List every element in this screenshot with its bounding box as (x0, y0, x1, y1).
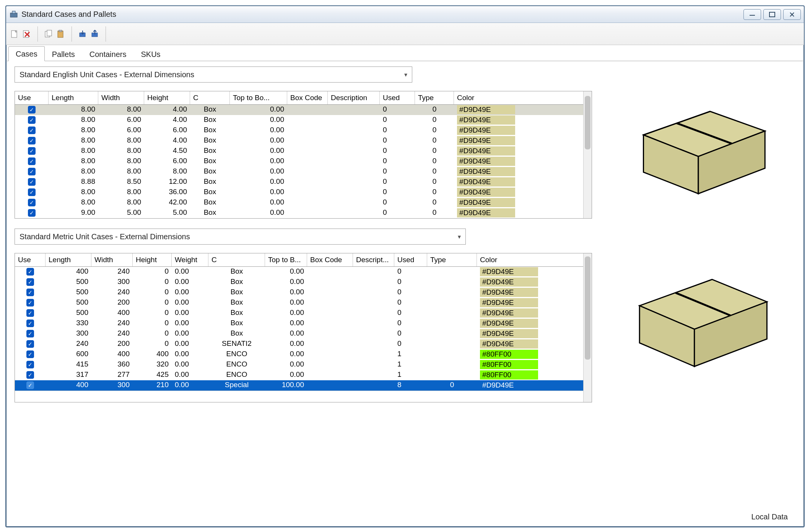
col-type[interactable]: Type (427, 253, 477, 266)
use-checkbox[interactable] (26, 320, 34, 327)
use-checkbox[interactable] (28, 168, 36, 175)
use-checkbox[interactable] (28, 199, 36, 206)
table-row[interactable]: 8.00 8.00 4.50 Box 0.00 0 0 #D9D49E (15, 146, 583, 156)
col-width[interactable]: Width (91, 253, 133, 266)
cell-weight: 0.00 (172, 339, 208, 349)
col-c[interactable]: C (208, 253, 265, 266)
minimize-button[interactable] (743, 9, 761, 20)
tab-containers[interactable]: Containers (82, 47, 134, 61)
col-length[interactable]: Length (46, 253, 91, 266)
table-row[interactable]: 8.00 8.00 4.00 Box 0.00 0 0 #D9D49E (15, 105, 583, 115)
col-c[interactable]: C (190, 91, 230, 104)
table-row[interactable]: 400 240 0 0.00 Box 0.00 0 #D9D49E (15, 267, 583, 277)
col-code[interactable]: Box Code (287, 91, 328, 104)
col-width[interactable]: Width (98, 91, 144, 104)
use-checkbox[interactable] (26, 289, 34, 296)
close-button[interactable] (783, 9, 801, 20)
table-row[interactable]: 8.00 8.00 36.00 Box 0.00 0 0 #D9D49E (15, 187, 583, 198)
table-row[interactable]: 240 200 0 0.00 SENATI2 0.00 0 #D9D49E (15, 339, 583, 349)
use-checkbox[interactable] (28, 106, 36, 114)
use-checkbox[interactable] (26, 350, 34, 358)
table-row[interactable]: 400 300 210 0.00 Special 100.00 8 0 #D9D… (15, 380, 583, 391)
col-use[interactable]: Use (15, 91, 49, 104)
use-checkbox[interactable] (26, 381, 34, 389)
new-icon[interactable] (9, 29, 20, 39)
col-weight[interactable]: Weight (172, 253, 208, 266)
use-checkbox[interactable] (26, 361, 34, 368)
col-desc[interactable]: Description (328, 91, 380, 104)
use-checkbox[interactable] (26, 268, 34, 276)
table-row[interactable]: 500 400 0 0.00 Box 0.00 0 #D9D49E (15, 308, 583, 318)
table-row[interactable]: 8.00 6.00 6.00 Box 0.00 0 0 #D9D49E (15, 125, 583, 136)
copy-icon[interactable] (43, 29, 54, 39)
cell-color: #D9D49E (454, 125, 518, 136)
col-code[interactable]: Box Code (307, 253, 353, 266)
table-row[interactable]: 8.00 6.00 4.00 Box 0.00 0 0 #D9D49E (15, 115, 583, 125)
col-top[interactable]: Top to Bo... (230, 91, 287, 104)
col-color[interactable]: Color (454, 91, 518, 104)
metric-selector[interactable]: Standard Metric Unit Cases - External Di… (15, 229, 466, 245)
paste-icon[interactable] (55, 29, 66, 39)
tab-pallets[interactable]: Pallets (45, 47, 82, 61)
table-row[interactable]: 500 200 0 0.00 Box 0.00 0 #D9D49E (15, 298, 583, 308)
table-row[interactable]: 500 300 0 0.00 Box 0.00 0 #D9D49E (15, 277, 583, 287)
use-checkbox[interactable] (28, 157, 36, 165)
table-row[interactable]: 9.00 5.00 5.00 Box 0.00 0 0 #D9D49E (15, 208, 583, 218)
table-row[interactable]: 300 240 0 0.00 Box 0.00 0 #D9D49E (15, 329, 583, 339)
table-row[interactable]: 8.88 8.50 12.00 Box 0.00 0 0 #D9D49E (15, 177, 583, 187)
use-checkbox[interactable] (26, 371, 34, 379)
use-checkbox[interactable] (26, 340, 34, 348)
col-used[interactable]: Used (380, 91, 415, 104)
tab-cases[interactable]: Cases (8, 46, 45, 61)
cell-width: 200 (91, 339, 133, 349)
table-row[interactable]: 600 400 400 0.00 ENCO 0.00 1 #80FF00 (15, 349, 583, 360)
scrollbar[interactable] (583, 91, 592, 218)
cell-code (287, 167, 328, 177)
cell-top: 0.00 (265, 329, 307, 339)
use-checkbox[interactable] (26, 330, 34, 337)
table-row[interactable]: 317 277 425 0.00 ENCO 0.00 1 #80FF00 (15, 370, 583, 380)
tab-strip: Cases Pallets Containers SKUs (6, 45, 804, 61)
use-checkbox[interactable] (28, 209, 36, 217)
table-row[interactable]: 8.00 8.00 6.00 Box 0.00 0 0 #D9D49E (15, 156, 583, 167)
use-checkbox[interactable] (28, 137, 36, 144)
english-selector[interactable]: Standard English Unit Cases - External D… (15, 66, 412, 83)
delete-icon[interactable] (21, 29, 32, 39)
col-height[interactable]: Height (133, 253, 172, 266)
table-row[interactable]: 8.00 8.00 42.00 Box 0.00 0 0 #D9D49E (15, 198, 583, 208)
table-row[interactable]: 330 240 0 0.00 Box 0.00 0 #D9D49E (15, 318, 583, 329)
use-checkbox[interactable] (28, 127, 36, 134)
use-checkbox[interactable] (26, 309, 34, 317)
col-top[interactable]: Top to B... (265, 253, 307, 266)
col-use[interactable]: Use (15, 253, 46, 266)
cell-code (307, 267, 353, 277)
use-checkbox[interactable] (28, 188, 36, 196)
table-row[interactable]: 8.00 8.00 4.00 Box 0.00 0 0 #D9D49E (15, 136, 583, 146)
table-row[interactable]: 415 360 320 0.00 ENCO 0.00 1 #80FF00 (15, 360, 583, 370)
tab-skus[interactable]: SKUs (133, 47, 168, 61)
cell-c: Box (190, 146, 230, 156)
table-row[interactable]: 500 240 0 0.00 Box 0.00 0 #D9D49E (15, 287, 583, 298)
maximize-button[interactable] (763, 9, 781, 20)
col-length[interactable]: Length (49, 91, 98, 104)
use-checkbox[interactable] (28, 147, 36, 155)
use-checkbox[interactable] (26, 278, 34, 286)
col-used[interactable]: Used (394, 253, 427, 266)
import-icon[interactable] (77, 29, 88, 39)
export-icon[interactable] (89, 29, 100, 39)
cell-type: 0 (415, 125, 454, 136)
cell-type (427, 370, 477, 380)
cell-top: 0.00 (230, 115, 287, 125)
col-desc[interactable]: Descript... (353, 253, 394, 266)
cell-desc (328, 105, 380, 115)
table-row[interactable]: 8.00 8.00 8.00 Box 0.00 0 0 #D9D49E (15, 167, 583, 177)
use-checkbox[interactable] (28, 178, 36, 186)
scrollbar[interactable] (583, 253, 592, 402)
cell-code (287, 198, 328, 208)
cell-code (307, 298, 353, 308)
col-type[interactable]: Type (415, 91, 454, 104)
use-checkbox[interactable] (28, 116, 36, 124)
use-checkbox[interactable] (26, 299, 34, 307)
col-height[interactable]: Height (144, 91, 190, 104)
col-color[interactable]: Color (477, 253, 541, 266)
